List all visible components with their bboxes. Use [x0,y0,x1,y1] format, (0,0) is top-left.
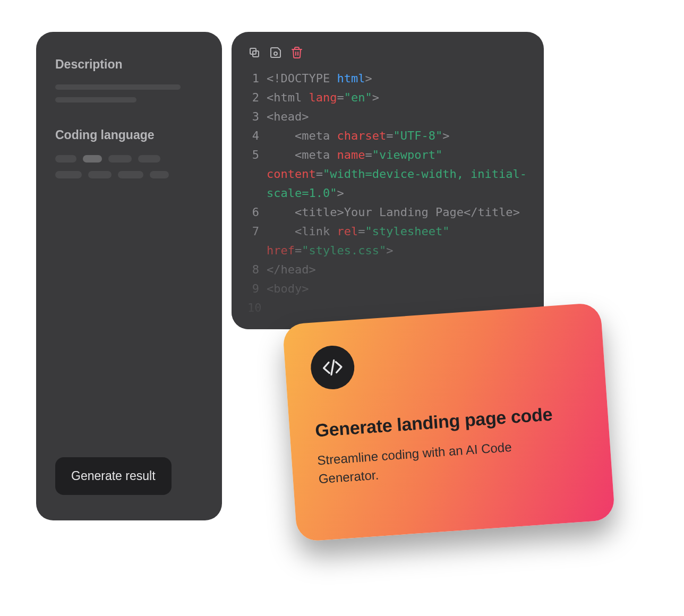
line-number: 8 [247,260,267,279]
promo-title: Generate landing page code [314,401,583,441]
code-line: 4 <meta charset="UTF-8"> [247,126,528,146]
coding-language-label: Coding language [55,128,203,142]
code-toolbar [247,46,528,59]
input-sidebar: Description Coding language Generate res… [36,32,222,520]
description-label: Description [55,57,203,72]
svg-point-2 [274,52,277,55]
code-line: 6 <title>Your Landing Page</title> [247,203,528,222]
language-chip[interactable] [88,171,112,178]
code-line: 2<html lang="en"> [247,88,528,107]
code-content: <meta charset="UTF-8"> [267,126,528,146]
language-chip[interactable] [55,155,76,162]
code-content: <html lang="en"> [267,88,528,107]
line-number: 3 [247,107,267,126]
save-icon[interactable] [269,46,283,59]
code-content: <body> [267,279,528,298]
code-block: 1<!DOCTYPE html>2<html lang="en">3<head>… [247,69,528,318]
code-output-panel: 1<!DOCTYPE html>2<html lang="en">3<head>… [232,32,544,329]
line-number: 9 [247,279,267,298]
code-line: 5 <meta name="viewport" content="width=d… [247,146,528,203]
code-line: 7 <link rel="stylesheet" href="styles.cs… [247,222,528,260]
code-content: <head> [267,107,528,126]
skeleton-line [55,84,181,90]
code-line: 3<head> [247,107,528,126]
code-line: 8</head> [247,260,528,279]
description-placeholder [55,84,203,102]
language-chip[interactable] [150,171,169,178]
svg-line-3 [330,360,335,374]
language-chip[interactable] [138,155,160,162]
code-content: </head> [267,260,528,279]
line-number: 6 [247,203,267,222]
code-line: 1<!DOCTYPE html> [247,69,528,88]
language-chip-active[interactable] [83,155,102,162]
skeleton-line [55,97,136,102]
language-chip[interactable] [118,171,143,178]
code-content: <!DOCTYPE html> [267,69,528,88]
language-chips [55,171,203,178]
line-number: 10 [247,298,267,318]
copy-icon[interactable] [247,46,261,59]
code-line: 9<body> [247,279,528,298]
generate-result-button[interactable]: Generate result [55,457,172,495]
line-number: 2 [247,88,267,107]
code-content: <meta name="viewport" content="width=dev… [267,146,528,203]
line-number: 1 [247,69,267,88]
line-number: 7 [247,222,267,260]
code-content: <title>Your Landing Page</title> [267,203,528,222]
code-icon [310,344,356,391]
line-number: 5 [247,146,267,203]
line-number: 4 [247,126,267,146]
promo-subtitle: Streamline coding with an AI Code Genera… [317,438,520,489]
language-chip[interactable] [108,155,132,162]
language-chip[interactable] [55,171,82,178]
language-chips [55,155,203,162]
code-content: <link rel="stylesheet" href="styles.css"… [267,222,528,260]
trash-icon[interactable] [290,46,304,59]
promo-card: Generate landing page code Streamline co… [282,303,615,542]
